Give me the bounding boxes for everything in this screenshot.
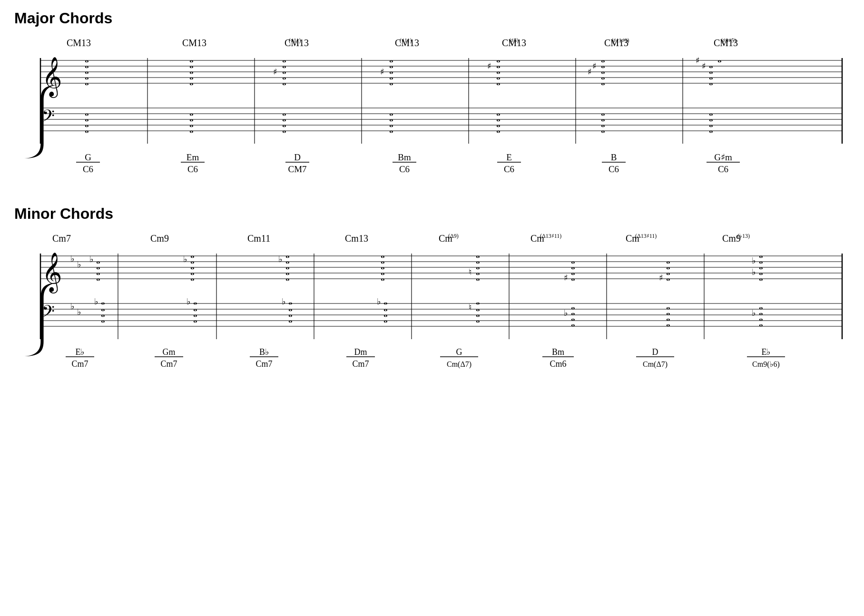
minor-ch4-bass-flat: ♭ (377, 297, 381, 306)
minor-ch1-bass-flat: ♭ (94, 297, 98, 306)
major-analysis-6-bottom: C6 (609, 164, 619, 174)
minor-analysis-6-bottom: Cm6 (550, 359, 566, 369)
minor-bass-key-flat-1: ♭ (70, 302, 74, 311)
minor-analysis-5-top: G (456, 347, 462, 357)
chord-label-1: CM13 (67, 38, 91, 48)
minor-analysis-4-bottom: Cm7 (352, 359, 369, 369)
major-analysis-3-top: D (294, 152, 301, 162)
minor-chord-label-1: Cm7 (52, 233, 71, 244)
minor-analysis-8-top: E♭ (762, 347, 771, 357)
minor-chord-label-4: Cm13 (345, 233, 368, 244)
minor-analysis-2-bottom: Cm7 (160, 359, 177, 369)
minor-ch2-treble-flat1: ♭ (183, 254, 187, 264)
major-ch4-sharp: ♯ (380, 67, 384, 77)
bass-clef: 𝄢 (42, 107, 55, 129)
minor-chords-staff: Cm7 Cm9 Cm11 Cm13 Cm (Δ9) Cm (Δ13♯11) Cm… (14, 227, 847, 403)
major-analysis-4-top: Bm (398, 152, 411, 162)
minor-chord-label-7-sup: (Δ13♯11) (635, 233, 657, 239)
major-analysis-1-bottom: C6 (83, 164, 93, 174)
minor-ch6-sharp: ♯ (564, 273, 568, 283)
major-ch6-sharp2: ♯ (592, 61, 597, 71)
minor-analysis-8-bottom: Cm9(♭6) (752, 360, 780, 369)
major-analysis-7-bottom: C6 (718, 164, 728, 174)
major-analysis-7-top: G♯m (714, 152, 732, 162)
minor-analysis-7-bottom: Cm(Δ7) (643, 360, 668, 369)
minor-analysis-5-bottom: Cm(Δ7) (447, 360, 471, 369)
minor-chord-label-6-sup: (Δ13♯11) (540, 233, 561, 239)
minor-analysis-1-top: E♭ (76, 347, 85, 357)
minor-key-flat-1: ♭ (70, 254, 74, 264)
major-chords-section: Major Chords CM13 CM13 CM13 (♯11) CM13 (… (14, 10, 850, 186)
minor-analysis-6-top: Bm (552, 347, 564, 357)
major-chords-title: Major Chords (14, 10, 850, 27)
major-analysis-3-bottom: CM7 (288, 164, 306, 174)
minor-chord-label-8-sup: (♭13) (737, 233, 750, 239)
major-ch6-sharp1: ♯ (588, 67, 592, 77)
major-ch7-sharp2: ♯ (702, 61, 706, 71)
major-analysis-6-top: B (611, 152, 617, 162)
minor-bass-clef: 𝄢 (42, 303, 55, 324)
minor-analysis-7-top: D (652, 347, 658, 357)
minor-ch8-flat1: ♭ (752, 256, 756, 265)
minor-ch2-bass-flat: ♭ (187, 297, 190, 306)
minor-ch5-bass-natural: ♮ (469, 303, 471, 312)
minor-analysis-4-top: Dm (354, 347, 367, 357)
minor-ch5-natural: ♮ (469, 267, 471, 277)
chord-label-7-sup: (♯9♯5) (721, 37, 736, 44)
minor-ch3-treble-flat1: ♭ (278, 254, 282, 264)
minor-chord-label-5-sup: (Δ9) (448, 233, 459, 239)
minor-treble-clef: 𝄞 (42, 253, 62, 293)
minor-chords-title: Minor Chords (14, 205, 850, 223)
chord-label-4-sup: (♯11) (400, 37, 412, 44)
major-analysis-5-bottom: C6 (504, 164, 514, 174)
chord-label-6-sup: (♯11♯9) (611, 37, 629, 44)
major-analysis-2-top: Em (187, 152, 199, 162)
minor-analysis-3-bottom: Cm7 (255, 359, 272, 369)
major-ch5-sharp: ♯ (487, 61, 491, 71)
major-analysis-1-top: G (85, 152, 91, 162)
minor-bass-key-flat-2: ♭ (77, 307, 81, 317)
major-ch7-sharp1: ♯ (696, 56, 700, 65)
treble-clef: 𝄞 (42, 57, 62, 98)
minor-ch1-treble-flat1: ♭ (89, 254, 93, 264)
minor-analysis-2-top: Gm (163, 347, 176, 357)
major-analysis-5-top: E (506, 152, 512, 162)
major-analysis-4-bottom: C6 (399, 164, 410, 174)
minor-ch7-sharp: ♯ (659, 273, 663, 283)
minor-ch3-bass-flat: ♭ (282, 297, 285, 306)
major-ch3-sharp: ♯ (273, 67, 277, 77)
chord-label-5-sup: (♯5) (509, 37, 519, 44)
chord-label-2: CM13 (182, 38, 206, 48)
minor-ch8-bass-flat: ♭ (752, 308, 756, 318)
minor-ch8-flat2: ♭ (752, 267, 756, 277)
minor-chords-section: Minor Chords Cm7 Cm9 Cm11 Cm13 Cm (Δ9) C… (14, 205, 850, 405)
chord-label-3-sup: (♯11) (289, 37, 301, 44)
minor-analysis-1-bottom: Cm7 (71, 359, 88, 369)
major-chords-staff: CM13 CM13 CM13 (♯11) CM13 (♯11) CM13 (♯5… (14, 32, 847, 184)
minor-chord-label-3: Cm11 (247, 233, 270, 244)
minor-chord-label-2: Cm9 (150, 233, 169, 244)
minor-key-flat-2: ♭ (77, 260, 81, 269)
major-analysis-2-bottom: C6 (187, 164, 198, 174)
minor-analysis-3-top: B♭ (259, 347, 269, 357)
minor-ch6-bass-flat: ♭ (564, 308, 568, 318)
